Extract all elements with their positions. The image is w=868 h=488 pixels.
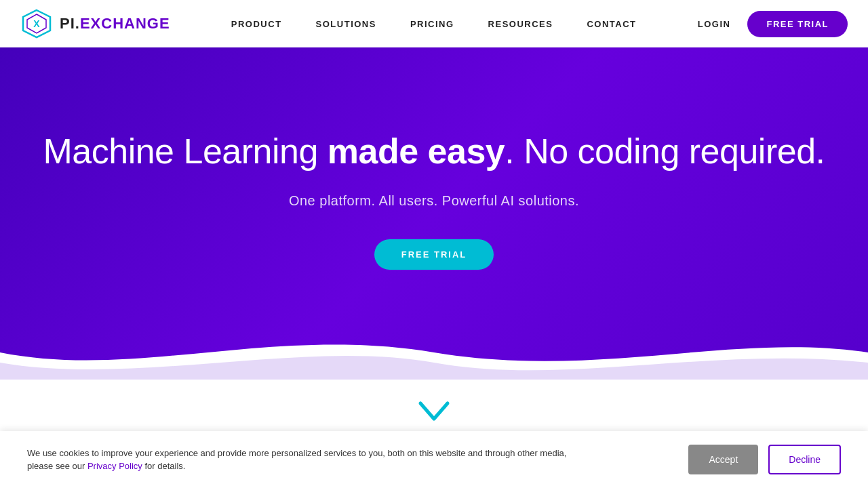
free-trial-button-nav[interactable]: FREE TRIAL <box>747 11 848 37</box>
logo-area: X PI.EXCHANGE <box>20 7 170 40</box>
navbar-right: LOGIN FREE TRIAL <box>698 11 848 37</box>
nav-link-solutions[interactable]: SOLUTIONS <box>316 19 376 29</box>
svg-text:X: X <box>33 18 40 29</box>
hero-section: Machine Learning made easy. No coding re… <box>0 47 868 380</box>
logo-icon: X <box>20 7 53 40</box>
nav-link-resources[interactable]: RESOURCES <box>488 19 553 29</box>
free-trial-button-hero[interactable]: FREE TRIAL <box>374 239 494 270</box>
cookie-text: We use cookies to improve your experienc… <box>27 447 583 473</box>
nav-links: PRODUCT SOLUTIONS PRICING RESOURCES CONT… <box>170 19 698 29</box>
decline-button[interactable]: Decline <box>768 445 841 474</box>
chevron-down-icon[interactable] <box>417 400 451 430</box>
hero-heading: Machine Learning made easy. No coding re… <box>43 130 825 172</box>
hero-wave <box>0 312 868 380</box>
accept-button[interactable]: Accept <box>688 445 758 474</box>
cookie-banner: We use cookies to improve your experienc… <box>0 431 868 488</box>
hero-heading-rest: . No coding required. <box>505 131 825 171</box>
nav-link-product[interactable]: PRODUCT <box>231 19 282 29</box>
login-link[interactable]: LOGIN <box>698 19 731 29</box>
cookie-text-after-link: for details. <box>142 461 186 471</box>
hero-heading-bold: made easy <box>328 131 505 171</box>
nav-link-pricing[interactable]: PRICING <box>410 19 454 29</box>
hero-heading-regular: Machine Learning <box>43 131 327 171</box>
privacy-policy-link[interactable]: Privacy Policy <box>87 461 142 471</box>
hero-content: Machine Learning made easy. No coding re… <box>16 130 852 269</box>
cookie-buttons: Accept Decline <box>688 445 841 474</box>
logo-text: PI.EXCHANGE <box>60 15 170 33</box>
nav-link-contact[interactable]: CONTACT <box>587 19 636 29</box>
hero-subheading: One platform. All users. Powerful AI sol… <box>43 193 825 209</box>
navbar: X PI.EXCHANGE PRODUCT SOLUTIONS PRICING … <box>0 0 868 47</box>
